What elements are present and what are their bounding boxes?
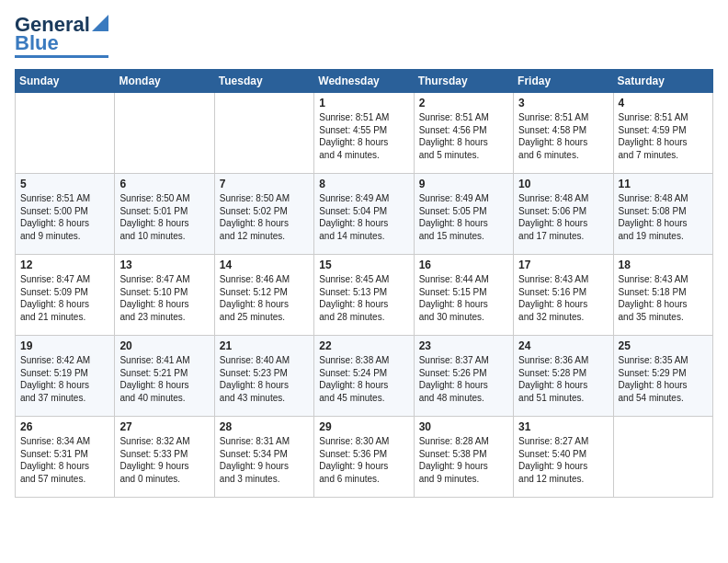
- cell-line: Sunrise: 8:36 AM: [518, 355, 588, 365]
- cell-line: and 9 minutes.: [419, 474, 480, 484]
- cell-line: Sunset: 4:58 PM: [518, 125, 586, 135]
- cell-line: and 48 minutes.: [419, 393, 484, 403]
- cell-line: Sunset: 5:36 PM: [319, 449, 387, 459]
- cell-line: Sunset: 5:08 PM: [619, 206, 687, 216]
- cell-content: Sunrise: 8:38 AMSunset: 5:24 PMDaylight:…: [319, 354, 408, 404]
- calendar-cell: 15Sunrise: 8:45 AMSunset: 5:13 PMDayligh…: [314, 255, 414, 336]
- weekday-header-row: SundayMondayTuesdayWednesdayThursdayFrid…: [16, 70, 713, 93]
- cell-line: Sunrise: 8:37 AM: [419, 355, 489, 365]
- logo-blue-text: Blue: [15, 33, 59, 53]
- cell-line: Sunset: 5:00 PM: [20, 206, 88, 216]
- cell-line: Sunrise: 8:49 AM: [319, 193, 389, 203]
- calendar-cell: 23Sunrise: 8:37 AMSunset: 5:26 PMDayligh…: [414, 336, 513, 417]
- day-number: 28: [220, 420, 309, 433]
- cell-line: Sunrise: 8:47 AM: [119, 274, 189, 284]
- cell-line: Sunrise: 8:51 AM: [419, 112, 489, 122]
- cell-line: Daylight: 9 hours: [518, 461, 587, 471]
- week-row-2: 5Sunrise: 8:51 AMSunset: 5:00 PMDaylight…: [16, 174, 713, 255]
- cell-line: and 54 minutes.: [619, 393, 684, 403]
- cell-line: Sunset: 5:33 PM: [119, 449, 188, 459]
- cell-line: and 23 minutes.: [119, 312, 185, 322]
- cell-line: Sunset: 5:40 PM: [518, 449, 586, 459]
- cell-line: Sunrise: 8:43 AM: [518, 274, 588, 284]
- cell-line: Daylight: 8 hours: [619, 218, 688, 228]
- cell-content: Sunrise: 8:50 AMSunset: 5:02 PMDaylight:…: [220, 192, 309, 242]
- calendar-cell: [214, 93, 313, 174]
- calendar-cell: 3Sunrise: 8:51 AMSunset: 4:58 PMDaylight…: [514, 93, 613, 174]
- cell-content: Sunrise: 8:50 AMSunset: 5:01 PMDaylight:…: [119, 192, 209, 242]
- cell-line: Sunrise: 8:50 AM: [220, 193, 290, 203]
- calendar-cell: 22Sunrise: 8:38 AMSunset: 5:24 PMDayligh…: [314, 336, 414, 417]
- cell-line: Sunset: 5:04 PM: [319, 206, 387, 216]
- day-number: 3: [518, 97, 608, 109]
- week-row-4: 19Sunrise: 8:42 AMSunset: 5:19 PMDayligh…: [16, 336, 713, 417]
- day-number: 10: [518, 178, 608, 190]
- cell-line: and 28 minutes.: [319, 312, 384, 322]
- cell-line: and 3 minutes.: [220, 474, 280, 484]
- cell-line: Sunset: 5:28 PM: [518, 368, 586, 378]
- cell-line: Sunset: 5:13 PM: [319, 287, 387, 297]
- cell-line: Sunset: 5:21 PM: [119, 368, 188, 378]
- calendar-cell: 11Sunrise: 8:48 AMSunset: 5:08 PMDayligh…: [613, 174, 712, 255]
- calendar-cell: 1Sunrise: 8:51 AMSunset: 4:55 PMDaylight…: [314, 93, 414, 174]
- cell-line: Sunset: 5:19 PM: [20, 368, 88, 378]
- calendar-cell: 2Sunrise: 8:51 AMSunset: 4:56 PMDaylight…: [414, 93, 513, 174]
- day-number: 1: [319, 97, 408, 109]
- day-number: 18: [619, 259, 708, 271]
- cell-line: Sunrise: 8:48 AM: [619, 193, 688, 203]
- cell-line: and 6 minutes.: [518, 150, 579, 160]
- day-number: 6: [119, 178, 209, 190]
- weekday-header-wednesday: Wednesday: [314, 70, 414, 93]
- cell-line: and 37 minutes.: [20, 393, 85, 403]
- cell-content: Sunrise: 8:48 AMSunset: 5:06 PMDaylight:…: [518, 192, 608, 242]
- cell-content: Sunrise: 8:43 AMSunset: 5:18 PMDaylight:…: [619, 273, 708, 323]
- cell-line: and 40 minutes.: [119, 393, 185, 403]
- cell-content: Sunrise: 8:40 AMSunset: 5:23 PMDaylight:…: [220, 354, 309, 404]
- cell-content: Sunrise: 8:41 AMSunset: 5:21 PMDaylight:…: [119, 354, 209, 404]
- cell-content: Sunrise: 8:49 AMSunset: 5:05 PMDaylight:…: [419, 192, 508, 242]
- cell-line: and 25 minutes.: [220, 312, 285, 322]
- calendar-cell: 10Sunrise: 8:48 AMSunset: 5:06 PMDayligh…: [514, 174, 613, 255]
- cell-line: Daylight: 8 hours: [518, 299, 587, 309]
- calendar-cell: 18Sunrise: 8:43 AMSunset: 5:18 PMDayligh…: [613, 255, 712, 336]
- cell-content: Sunrise: 8:32 AMSunset: 5:33 PMDaylight:…: [119, 435, 209, 485]
- cell-content: Sunrise: 8:44 AMSunset: 5:15 PMDaylight:…: [419, 273, 508, 323]
- day-number: 29: [319, 420, 408, 433]
- cell-line: and 14 minutes.: [319, 231, 384, 241]
- calendar-cell: 31Sunrise: 8:27 AMSunset: 5:40 PMDayligh…: [514, 417, 613, 498]
- cell-line: Daylight: 8 hours: [20, 461, 89, 471]
- cell-line: Daylight: 9 hours: [419, 461, 488, 471]
- cell-line: Daylight: 8 hours: [319, 380, 388, 390]
- day-number: 4: [619, 97, 708, 109]
- calendar-cell: 12Sunrise: 8:47 AMSunset: 5:09 PMDayligh…: [16, 255, 115, 336]
- cell-line: Sunrise: 8:43 AM: [619, 274, 688, 284]
- logo-underline: [15, 55, 108, 58]
- cell-content: Sunrise: 8:37 AMSunset: 5:26 PMDaylight:…: [419, 354, 508, 404]
- cell-line: Daylight: 8 hours: [619, 380, 688, 390]
- cell-line: Daylight: 8 hours: [20, 380, 89, 390]
- calendar-cell: [115, 93, 214, 174]
- cell-line: Sunset: 5:02 PM: [220, 206, 288, 216]
- day-number: 22: [319, 339, 408, 352]
- day-number: 31: [518, 420, 608, 433]
- day-number: 8: [319, 178, 408, 190]
- cell-content: Sunrise: 8:34 AMSunset: 5:31 PMDaylight:…: [20, 435, 109, 485]
- day-number: 15: [319, 259, 408, 271]
- cell-content: Sunrise: 8:51 AMSunset: 5:00 PMDaylight:…: [20, 192, 109, 242]
- day-number: 23: [419, 339, 508, 352]
- cell-line: Sunrise: 8:31 AM: [220, 436, 290, 446]
- cell-content: Sunrise: 8:48 AMSunset: 5:08 PMDaylight:…: [619, 192, 708, 242]
- weekday-header-thursday: Thursday: [414, 70, 513, 93]
- day-number: 2: [419, 97, 508, 109]
- cell-line: Sunrise: 8:30 AM: [319, 436, 389, 446]
- cell-line: Sunrise: 8:46 AM: [220, 274, 290, 284]
- cell-line: Daylight: 8 hours: [220, 299, 289, 309]
- cell-line: and 15 minutes.: [419, 231, 484, 241]
- cell-line: Sunrise: 8:32 AM: [119, 436, 189, 446]
- cell-line: Sunset: 5:29 PM: [619, 368, 687, 378]
- week-row-3: 12Sunrise: 8:47 AMSunset: 5:09 PMDayligh…: [16, 255, 713, 336]
- day-number: 14: [220, 259, 309, 271]
- cell-line: Sunrise: 8:51 AM: [518, 112, 588, 122]
- weekday-header-tuesday: Tuesday: [214, 70, 313, 93]
- cell-line: and 35 minutes.: [619, 312, 684, 322]
